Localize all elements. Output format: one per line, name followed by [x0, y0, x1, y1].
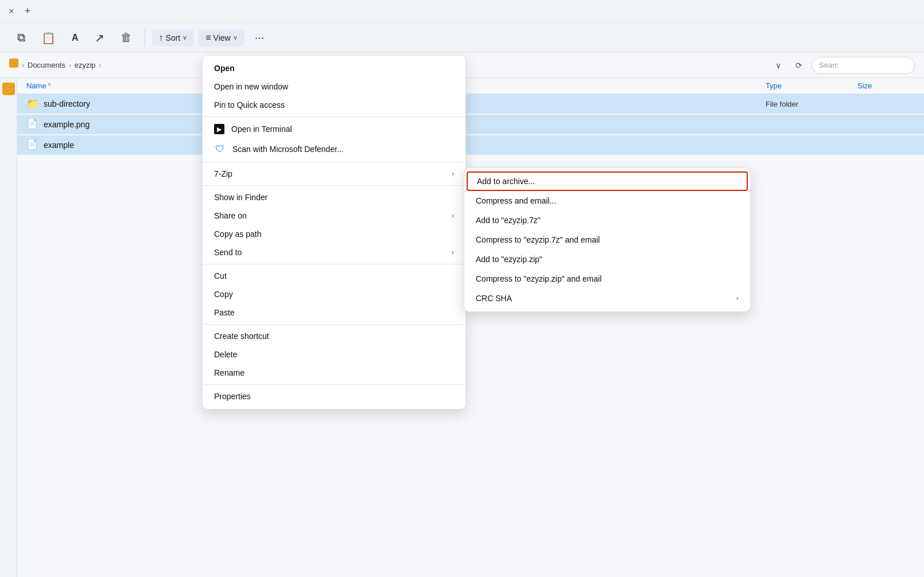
menu-item-scan-defender[interactable]: 🛡 Scan with Microsoft Defender...	[203, 139, 465, 159]
sidebar	[0, 78, 17, 577]
menu-item-paste[interactable]: Paste	[203, 303, 465, 322]
menu-separator-3	[203, 185, 465, 186]
view-chevron-icon: ∨	[233, 34, 238, 41]
menu-item-cut[interactable]: Cut	[203, 267, 465, 285]
file-type: File folder	[766, 100, 857, 108]
menu-share-on-label: Share on	[214, 211, 247, 220]
table-row[interactable]: 📁 sub-directory File folder	[17, 94, 924, 114]
main-content: Name ^ Type Size 📁 sub-directory File fo…	[17, 78, 924, 577]
view-lines-icon: ≡	[205, 33, 211, 43]
breadcrumb-documents[interactable]: Documents	[28, 61, 65, 69]
breadcrumb-chevron-1: ›	[22, 61, 24, 69]
menu-separator-6	[203, 384, 465, 385]
menu-cut-label: Cut	[214, 271, 227, 280]
submenu-item-compress-zip-email[interactable]: Compress to "ezyzip.zip" and email	[464, 269, 750, 288]
share-on-arrow-icon: ›	[452, 212, 454, 220]
paste-icon[interactable]: 📋	[36, 28, 61, 48]
defender-icon: 🛡	[214, 143, 226, 155]
menu-item-properties[interactable]: Properties	[203, 387, 465, 406]
refresh-button[interactable]: ⟳	[791, 57, 807, 73]
sort-up-icon: ↑	[159, 33, 164, 43]
menu-rename-label: Rename	[214, 368, 244, 377]
menu-scan-defender-label: Scan with Microsoft Defender...	[232, 145, 344, 154]
copy-icon[interactable]: ⧉	[11, 28, 31, 48]
menu-item-share-on[interactable]: Share on ›	[203, 206, 465, 225]
menu-item-open[interactable]: Open	[203, 59, 465, 77]
sort-label: Sort	[166, 33, 181, 42]
submenu-compress-7z-email-label: Compress to "ezyzip.7z" and email	[476, 235, 600, 244]
submenu-item-crc-sha[interactable]: CRC SHA ›	[464, 288, 750, 308]
submenu-item-add-to-archive[interactable]: Add to archive...	[467, 171, 748, 191]
sort-chevron-icon: ∨	[183, 34, 187, 41]
view-button[interactable]: ≡ View ∨	[199, 29, 244, 46]
more-options-button[interactable]: ···	[249, 28, 270, 48]
folder-icon: 📁	[26, 98, 39, 110]
submenu-item-add-zip[interactable]: Add to "ezyzip.zip"	[464, 249, 750, 269]
sort-button[interactable]: ↑ Sort ∨	[152, 29, 195, 46]
menu-item-7zip[interactable]: 7-Zip ›	[203, 165, 465, 183]
col-header-size[interactable]: Size	[857, 81, 915, 90]
submenu-compress-email-label: Compress and email...	[476, 196, 556, 205]
col-name-sort-icon: ^	[48, 83, 51, 89]
breadcrumb-chevron-3: ›	[99, 61, 102, 69]
menu-properties-label: Properties	[214, 392, 251, 401]
menu-separator-2	[203, 162, 465, 162]
menu-separator-4	[203, 264, 465, 264]
breadcrumb-documents-label: Documents	[28, 61, 65, 69]
submenu-item-compress-email[interactable]: Compress and email...	[464, 191, 750, 210]
menu-separator-5	[203, 324, 465, 325]
breadcrumb-ezyzip[interactable]: ezyzip	[75, 61, 96, 69]
menu-create-shortcut-label: Create shortcut	[214, 332, 269, 341]
search-box[interactable]: Searc	[812, 57, 915, 74]
submenu-crc-sha-label: CRC SHA	[476, 294, 512, 303]
submenu-item-compress-7z-email[interactable]: Compress to "ezyzip.7z" and email	[464, 230, 750, 249]
folder-color-icon	[9, 59, 18, 68]
delete-icon[interactable]: 🗑	[115, 28, 138, 48]
submenu-add-7z-label: Add to "ezyzip.7z"	[476, 216, 541, 225]
expand-dropdown-button[interactable]: ∨	[770, 57, 786, 73]
terminal-icon: ▶	[214, 124, 224, 134]
share-icon[interactable]: ↗	[89, 28, 110, 48]
submenu-item-add-7z[interactable]: Add to "ezyzip.7z"	[464, 210, 750, 230]
menu-copy-as-path-label: Copy as path	[214, 229, 262, 239]
menu-item-send-to[interactable]: Send to ›	[203, 243, 465, 262]
breadcrumb-chevron-2: ›	[69, 61, 71, 69]
table-row[interactable]: 📄 example	[17, 135, 924, 155]
rename-icon[interactable]: A	[66, 29, 84, 46]
menu-item-copy[interactable]: Copy	[203, 285, 465, 303]
col-size-label: Size	[857, 81, 872, 90]
menu-show-finder-label: Show in Finder	[214, 193, 267, 202]
col-type-label: Type	[766, 81, 782, 90]
menu-item-create-shortcut[interactable]: Create shortcut	[203, 327, 465, 345]
col-name-label: Name	[26, 81, 46, 90]
sidebar-folder-icon	[2, 83, 15, 95]
menu-open-new-window-label: Open in new window	[214, 82, 288, 91]
submenu-add-zip-label: Add to "ezyzip.zip"	[476, 255, 542, 264]
menu-item-pin-quick-access[interactable]: Pin to Quick access	[203, 96, 465, 114]
breadcrumb-ezyzip-label: ezyzip	[75, 61, 96, 69]
menu-delete-label: Delete	[214, 350, 237, 359]
menu-item-copy-as-path[interactable]: Copy as path	[203, 225, 465, 243]
menu-separator-1	[203, 116, 465, 117]
col-header-type[interactable]: Type	[766, 81, 857, 90]
menu-paste-label: Paste	[214, 308, 235, 317]
menu-copy-label: Copy	[214, 290, 233, 299]
table-row[interactable]: 📄 example.png	[17, 115, 924, 134]
file-icon: 📄	[26, 118, 39, 131]
context-menu: Open Open in new window Pin to Quick acc…	[202, 55, 466, 410]
menu-item-show-finder[interactable]: Show in Finder	[203, 188, 465, 206]
menu-7zip-label: 7-Zip	[214, 169, 232, 178]
menu-item-open-terminal[interactable]: ▶ Open in Terminal	[203, 119, 465, 139]
new-tab-button[interactable]: +	[22, 6, 33, 17]
breadcrumb-right-controls: ∨ ⟳ Searc	[770, 57, 915, 74]
menu-pin-quick-access-label: Pin to Quick access	[214, 100, 285, 110]
menu-item-rename[interactable]: Rename	[203, 364, 465, 382]
file-icon: 📄	[26, 139, 39, 151]
menu-item-delete[interactable]: Delete	[203, 345, 465, 364]
menu-send-to-label: Send to	[214, 248, 242, 257]
close-button[interactable]: ×	[6, 6, 17, 17]
column-headers: Name ^ Type Size	[17, 78, 924, 94]
menu-item-open-new-window[interactable]: Open in new window	[203, 77, 465, 96]
send-to-arrow-icon: ›	[452, 248, 454, 256]
submenu-add-to-archive-label: Add to archive...	[477, 177, 535, 186]
